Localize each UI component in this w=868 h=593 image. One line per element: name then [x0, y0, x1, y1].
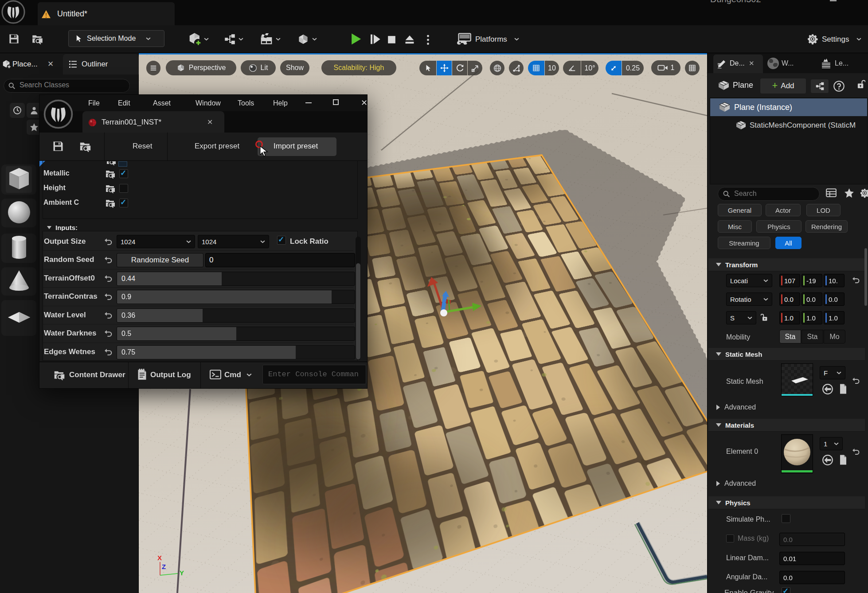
- svg-text:X: X: [157, 554, 162, 562]
- svg-text:Y: Y: [180, 569, 184, 577]
- svg-text:Z: Z: [162, 563, 166, 570]
